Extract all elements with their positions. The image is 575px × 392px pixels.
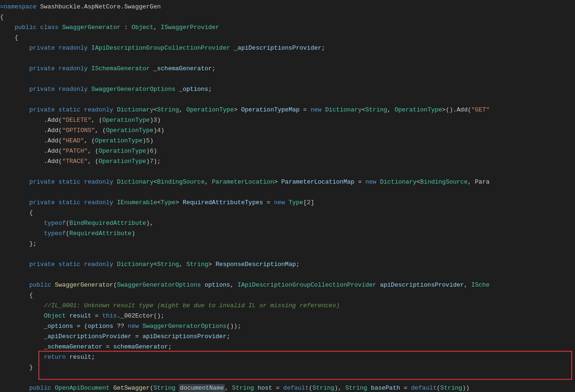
line-content: { <box>0 12 575 22</box>
line-content: //IL_0001: Unknown result type (might be… <box>0 301 575 311</box>
code-line: public OpenApiDocument GetSwagger(String… <box>0 383 575 392</box>
code-line: =namespace Swashbuckle.AspNetCore.Swagge… <box>0 2 575 12</box>
code-line: private readonly SwaggerGeneratorOptions… <box>0 84 575 95</box>
line-content: .Add("DELETE", (OperationType)3) <box>0 115 575 126</box>
code-line: public class SwaggerGenerator : Object, … <box>0 22 575 33</box>
code-line: _schemaGenerator = schemaGenerator; <box>0 342 575 352</box>
code-line: private static readonly Dictionary<Strin… <box>0 105 575 115</box>
code-line: _apiDescriptionsProvider = apiDescriptio… <box>0 332 575 342</box>
code-line <box>0 187 575 198</box>
line-content: private static readonly Dictionary<Bindi… <box>0 177 575 187</box>
code-content: =namespace Swashbuckle.AspNetCore.Swagge… <box>0 0 575 392</box>
line-content: { <box>0 208 575 218</box>
line-content: =namespace Swashbuckle.AspNetCore.Swagge… <box>0 2 575 12</box>
line-content: .Add("PATCH", (OperationType)6) <box>0 146 575 156</box>
line-content: _schemaGenerator = schemaGenerator; <box>0 342 575 352</box>
line-content <box>0 187 575 198</box>
line-content: } <box>0 362 575 373</box>
code-line: _options = (options ?? new SwaggerGenera… <box>0 321 575 332</box>
code-line <box>0 167 575 177</box>
line-content: private readonly IApiDescriptionGroupCol… <box>0 43 575 53</box>
code-line: }; <box>0 239 575 249</box>
code-line <box>0 373 575 383</box>
line-content: return result; <box>0 352 575 362</box>
line-content: public class SwaggerGenerator : Object, … <box>0 22 575 33</box>
line-content <box>0 167 575 177</box>
code-line: private static readonly IEnumerable<Type… <box>0 198 575 208</box>
line-content: private readonly SwaggerGeneratorOptions… <box>0 84 575 95</box>
code-line: private readonly ISchemaGenerator _schem… <box>0 64 575 74</box>
code-line <box>0 249 575 259</box>
line-content: Object result = this._002Ector(); <box>0 311 575 321</box>
code-line: private readonly IApiDescriptionGroupCol… <box>0 43 575 53</box>
code-editor: =namespace Swashbuckle.AspNetCore.Swagge… <box>0 0 575 392</box>
code-line: .Add("HEAD", (OperationType)5) <box>0 136 575 146</box>
line-content: typeof(RequiredAttribute) <box>0 229 575 239</box>
code-line: private static readonly Dictionary<Strin… <box>0 259 575 270</box>
line-content: { <box>0 33 575 43</box>
code-line <box>0 74 575 84</box>
code-line: .Add("OPTIONS", (OperationType)4) <box>0 126 575 136</box>
code-line <box>0 270 575 280</box>
code-line: return result; <box>0 352 575 362</box>
line-content: private static readonly Dictionary<Strin… <box>0 105 575 115</box>
line-content: _options = (options ?? new SwaggerGenera… <box>0 321 575 332</box>
line-content: .Add("HEAD", (OperationType)5) <box>0 136 575 146</box>
code-line: public SwaggerGenerator(SwaggerGenerator… <box>0 280 575 290</box>
code-line: .Add("PATCH", (OperationType)6) <box>0 146 575 156</box>
line-content: _apiDescriptionsProvider = apiDescriptio… <box>0 332 575 342</box>
code-line <box>0 53 575 64</box>
line-content <box>0 95 575 105</box>
line-content <box>0 74 575 84</box>
code-line: { <box>0 33 575 43</box>
line-content <box>0 53 575 64</box>
line-content <box>0 373 575 383</box>
line-content: private static readonly Dictionary<Strin… <box>0 259 575 270</box>
line-content: }; <box>0 239 575 249</box>
code-line <box>0 95 575 105</box>
line-content <box>0 270 575 280</box>
line-content: private static readonly IEnumerable<Type… <box>0 198 575 208</box>
line-content: public OpenApiDocument GetSwagger(String… <box>0 383 575 392</box>
line-content: private readonly ISchemaGenerator _schem… <box>0 64 575 74</box>
code-line: { <box>0 12 575 22</box>
code-line: private static readonly Dictionary<Bindi… <box>0 177 575 187</box>
line-content: public SwaggerGenerator(SwaggerGenerator… <box>0 280 575 290</box>
code-line: //IL_0001: Unknown result type (might be… <box>0 301 575 311</box>
line-content: { <box>0 290 575 301</box>
code-line: } <box>0 362 575 373</box>
line-content: .Add("TRACE", (OperationType)7); <box>0 156 575 167</box>
code-line: { <box>0 290 575 301</box>
line-content: .Add("OPTIONS", (OperationType)4) <box>0 126 575 136</box>
code-line: Object result = this._002Ector(); <box>0 311 575 321</box>
code-line: typeof(RequiredAttribute) <box>0 229 575 239</box>
code-line: .Add("TRACE", (OperationType)7); <box>0 156 575 167</box>
line-content <box>0 249 575 259</box>
code-line: { <box>0 208 575 218</box>
code-line: typeof(BindRequiredAttribute), <box>0 218 575 229</box>
line-content: typeof(BindRequiredAttribute), <box>0 218 575 229</box>
code-line: .Add("DELETE", (OperationType)3) <box>0 115 575 126</box>
